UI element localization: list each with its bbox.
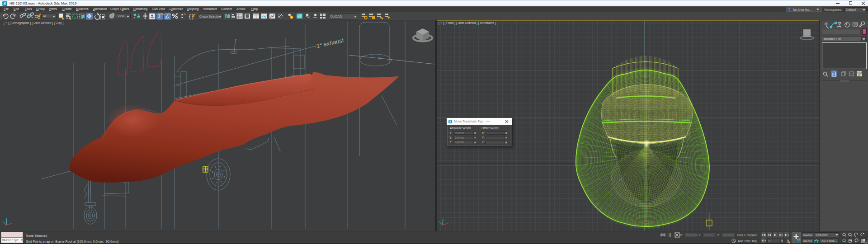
svg-text:3: 3 — [158, 14, 160, 19]
